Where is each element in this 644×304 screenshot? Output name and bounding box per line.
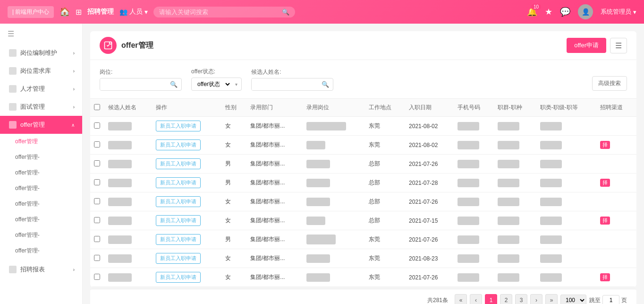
goto-label: 跳至	[589, 296, 601, 304]
username-chevron: ▾	[633, 9, 636, 16]
menu-button[interactable]: ☰	[610, 38, 627, 53]
sidebar-item-report[interactable]: 招聘报表 ›	[0, 261, 82, 278]
filter-candidate-search-icon[interactable]: 🔍	[318, 78, 333, 90]
page-last-button[interactable]: »	[545, 294, 558, 304]
module-nav[interactable]: 招聘管理	[87, 8, 114, 16]
sidebar-item-offer-label: offer管理	[20, 121, 45, 129]
row-checkbox-7[interactable]	[94, 255, 100, 261]
sidebar-item-offer[interactable]: offer管理 ∧	[0, 116, 82, 134]
chevron-icon: ›	[73, 104, 75, 110]
sidebar-sub-offer-6[interactable]: offer管理-	[0, 227, 82, 243]
page-next-button[interactable]: ›	[530, 294, 542, 304]
job-class-3: ████	[540, 179, 562, 187]
action-button-8[interactable]: 新员工入职申请	[156, 272, 201, 283]
dept-1: 集团/都市丽...	[246, 136, 302, 155]
action-button-3[interactable]: 新员工入职申请	[156, 177, 201, 188]
row-checkbox-5[interactable]	[94, 217, 100, 223]
offer-apply-button[interactable]: offer申请	[567, 38, 606, 53]
sidebar-sub-offer-7[interactable]: offer管理-	[0, 243, 82, 259]
select-all-checkbox[interactable]	[94, 104, 100, 110]
position-4: ████	[306, 198, 330, 206]
page-goto-input[interactable]	[602, 295, 619, 304]
dept-2: 集团/都市丽...	[246, 155, 302, 174]
sidebar-sub-offer-1[interactable]: offer管理-	[0, 149, 82, 165]
gender-7: 女	[221, 249, 246, 268]
page-size-select[interactable]: 100 50 200	[560, 295, 586, 304]
filter-offer-status-select[interactable]: offer状态	[192, 78, 231, 90]
col-entry-date: 入职日期	[405, 99, 454, 117]
filter-position-input[interactable]	[100, 79, 166, 90]
candidate-name-2: ████	[108, 160, 132, 168]
row-checkbox-6[interactable]	[94, 236, 100, 242]
username-area[interactable]: 系统管理员 ▾	[601, 8, 636, 16]
home-icon[interactable]: 🏠	[59, 7, 70, 17]
chat-icon[interactable]: 💬	[560, 7, 570, 17]
action-button-4[interactable]: 新员工入职申请	[156, 196, 201, 207]
row-checkbox-8[interactable]	[94, 274, 100, 280]
col-channel: 招聘渠道	[596, 99, 636, 117]
table-row: ████ 新员工入职申请 男 集团/都市丽... ████管 东莞 2021-0…	[90, 230, 636, 249]
sidebar-sub-offer-5[interactable]: offer管理-	[0, 212, 82, 227]
talent-icon	[9, 85, 17, 93]
row-checkbox-4[interactable]	[94, 198, 100, 204]
gender-6: 男	[221, 230, 246, 249]
sidebar-item-job-demand[interactable]: 岗位需求库 ›	[0, 62, 82, 80]
phone-4: ████	[458, 198, 479, 206]
grid-icon[interactable]: ⊞	[76, 8, 82, 17]
job-group-1: ████	[498, 141, 519, 149]
page-3-button[interactable]: 3	[515, 294, 527, 304]
filter-offer-status-wrap: offer状态 ▾	[191, 78, 242, 91]
search-icon[interactable]: 🔍	[282, 9, 289, 16]
dept-5: 集团/都市丽...	[246, 211, 302, 230]
entry-date-3: 2021-07-28	[405, 174, 454, 192]
sidebar-item-interview[interactable]: 面试管理 ›	[0, 98, 82, 116]
action-button-1[interactable]: 新员工入职申请	[156, 139, 201, 150]
action-button-0[interactable]: 新员工入职申请	[156, 121, 201, 131]
filter-position-search-icon[interactable]: 🔍	[166, 78, 181, 90]
sidebar-hamburger[interactable]: ☰	[0, 24, 82, 44]
offer-table-wrap: 候选人姓名 操作 性别 录用部门 录用岗位 工作地点 入职日期 手机号码 职群-…	[90, 99, 636, 287]
location-0: 东莞	[365, 117, 405, 136]
row-checkbox-0[interactable]	[94, 122, 100, 129]
people-chevron-icon: ▾	[144, 8, 148, 16]
dept-8: 集团/都市丽...	[246, 268, 302, 287]
page-2-button[interactable]: 2	[500, 294, 512, 304]
search-input[interactable]	[159, 9, 279, 16]
sidebar-item-talent[interactable]: 人才管理 ›	[0, 80, 82, 98]
action-button-2[interactable]: 新员工入职申请	[156, 158, 201, 169]
col-location: 工作地点	[365, 99, 405, 117]
action-button-7[interactable]: 新员工入职申请	[156, 253, 201, 264]
advanced-search-button[interactable]: 高级搜索	[592, 76, 627, 91]
location-5: 总部	[365, 211, 405, 230]
row-checkbox-2[interactable]	[94, 160, 100, 166]
sidebar-sub-offer-4[interactable]: offer管理-	[0, 196, 82, 212]
entry-date-5: 2021-07-15	[405, 211, 454, 230]
job-group-2: ████	[498, 160, 519, 168]
notification-bell[interactable]: 🔔 10	[527, 7, 537, 17]
sidebar-item-job-edit[interactable]: 岗位编制维护 ›	[0, 44, 82, 62]
job-class-5: ████	[540, 217, 562, 225]
sidebar-sub-offer-main[interactable]: offer管理	[0, 134, 82, 149]
page-unit: 页	[621, 296, 627, 304]
filter-candidate-input[interactable]	[252, 79, 318, 90]
action-button-5[interactable]: 新员工入职申请	[156, 215, 201, 226]
people-nav[interactable]: 👥 人员 ▾	[119, 8, 148, 16]
channel-tag-8: 择	[600, 273, 610, 281]
page-first-button[interactable]: «	[455, 294, 467, 304]
table-row: ████ 新员工入职申请 女 集团/都市丽... ████ 东莞 2021-08…	[90, 249, 636, 268]
avatar[interactable]: 👤	[578, 4, 593, 19]
sidebar-sub-offer-2[interactable]: offer管理-	[0, 165, 82, 181]
row-checkbox-3[interactable]	[94, 179, 100, 185]
star-icon[interactable]: ★	[545, 7, 552, 17]
location-8: 东莞	[365, 268, 405, 287]
dept-4: 集团/都市丽...	[246, 192, 302, 211]
page-1-button[interactable]: 1	[485, 294, 497, 304]
row-checkbox-1[interactable]	[94, 141, 100, 148]
interview-icon	[9, 103, 17, 111]
action-button-6[interactable]: 新员工入职申请	[156, 234, 201, 245]
page-prev-button[interactable]: ‹	[470, 294, 482, 304]
sidebar-sub-offer-3[interactable]: offer管理-	[0, 181, 82, 196]
location-2: 总部	[365, 155, 405, 174]
page-header: offer管理 offer申请 ☰	[90, 31, 636, 60]
dept-0: 集团/都市丽...	[246, 117, 302, 136]
